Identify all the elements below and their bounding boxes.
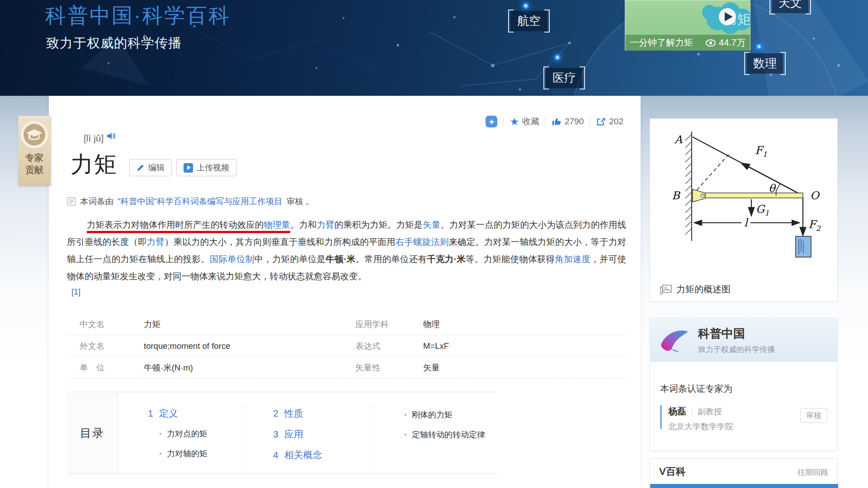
page-title: 力矩 [71,151,118,178]
expert-name[interactable]: 杨磊 [668,405,686,418]
summary-link[interactable]: 国际单位制 [210,254,255,264]
info-value: M=LxF [423,341,626,351]
review-prefix: 本词条由 [80,196,113,207]
info-label: 应用学科 [355,319,423,330]
basic-info-table: 中文名力矩应用学科物理外文名torque;moment of force表达式M… [67,314,626,379]
toc-column-2: 2性质3应用4相关概念 [245,403,373,474]
toolbar-divider [590,117,590,126]
site-subtitle: 致力于权威的科学传播 [46,34,182,52]
toolbar-divider [503,117,504,126]
toolbar-divider [545,117,546,126]
banner-tag-label: 航空 [517,14,541,28]
toc-item-number: 4 [273,445,278,465]
banner-tag-yiliao[interactable]: 医疗 [546,68,582,88]
speaker-icon[interactable] [106,131,116,141]
figure-caption-label[interactable]: 力矩的概述图 [676,283,731,296]
summary-link[interactable]: 角加速度 [555,254,590,264]
overview-figure-card: A B O θ l F1 F2 G1 力矩的概述图 [650,118,838,302]
top-banner: 科普中国·科学百科 致力于权威的科学传播 航空医疗天文数理 力矩 一分钟了解力矩 [0,0,868,96]
info-label: 表达式 [355,340,423,352]
reference-link[interactable]: [1] [71,287,80,297]
toc-item[interactable]: 4相关概念 [273,445,373,465]
site-title: 科普中国·科学百科 [45,2,231,30]
info-value: 矢量 [423,362,626,373]
vbaike-more-link[interactable]: 往期回顾 [797,467,828,478]
vbaike-thumbnail-top[interactable] [650,484,838,488]
expert-divider [692,408,692,416]
like-button[interactable]: 2790 [552,117,584,127]
video-caption: 一分钟了解力矩 [630,37,693,49]
upload-video-button[interactable]: 上传视频 [176,159,236,176]
summary-link[interactable]: 矢量 [423,220,440,230]
info-label: 中文名 [80,319,144,330]
vbaike-card: V百科 往期回顾 [650,458,838,488]
share-button[interactable]: 202 [596,117,623,127]
add-to-desktop-button[interactable]: + [486,116,497,127]
info-value: torque;moment of force [144,341,355,351]
summary-link[interactable]: 力臂 [317,220,335,230]
expert-organization: 北京大学数学学院 [668,421,733,432]
video-cloud-illustration: 力矩 [625,0,750,35]
info-label: 矢量性 [355,362,423,373]
summary-link[interactable]: 力臂 [147,237,165,247]
pinyin-label: [lì jǔ] [84,133,104,144]
toc-subitem[interactable]: 定轴转动的转动定律 [405,425,497,445]
summary-video-card[interactable]: 力矩 一分钟了解力矩 44.7万 [625,0,750,51]
toc-item-label: 应用 [284,424,303,445]
info-label: 外文名 [80,340,144,352]
summary-link[interactable]: 物理量 [264,220,290,233]
toc-item-definition[interactable]: 1定义 [148,403,245,424]
plus-icon: + [486,116,497,127]
toc-subitem[interactable]: 刚体的力矩 [405,405,497,425]
banner-tag-shuli[interactable]: 数理 [747,53,783,74]
like-count: 2790 [565,117,584,127]
summary-text: 力矩表示力对物体作用时所产生的转动效应的物理量。力和力臂的乘积为力矩。力矩是矢量… [67,216,626,285]
summary-segment: ）乘以力的大小，其方向则垂直于垂线和力所构成的平面用 [165,237,396,247]
table-of-contents: 目录 1定义力对点的矩力对轴的矩 2性质3应用4相关概念 刚体的力矩定轴转动的转… [67,392,497,474]
toc-subitem[interactable]: 力对轴的矩 [160,444,245,464]
toc-subitem[interactable]: 力对点的矩 [160,424,245,444]
badge-label-line1: 专家 [25,152,43,164]
toc-item-label: 相关概念 [284,445,322,465]
video-view-count: 44.7万 [719,37,745,49]
collect-label: 收藏 [522,116,539,127]
collect-button[interactable]: ★ 收藏 [509,116,539,127]
toc-item[interactable]: 2性质 [273,403,373,424]
toc-item-number: 1 [148,403,153,424]
image-icon [660,285,672,295]
review-project-link[interactable]: "科普中国"科学百科词条编写与应用工作项目 [118,196,283,207]
toc-column-1: 1定义力对点的矩力对轴的矩 [118,403,245,474]
document-icon [67,197,76,206]
org-card-header: 科普中国 致力于权威的科学传播 [650,319,837,362]
diagram-label-B: B [672,189,681,202]
info-value: 物理 [423,319,626,330]
summary-segment: 。常用的单位还有 [355,254,427,264]
toc-item-label: 性质 [284,403,303,424]
summary-link[interactable]: 右手螺旋法则 [396,237,449,247]
map-dot [523,3,529,9]
thumbs-up-icon [552,117,561,127]
review-badge-button[interactable]: 审核 [800,408,827,423]
summary-segment: 等。力矩能使物体获得 [466,254,555,264]
summary-segment: 牛顿·米 [326,254,355,264]
entry-main-panel: + ★ 收藏 2790 20 [49,96,641,488]
banner-tag-label: 医疗 [552,71,576,84]
video-thumbnail[interactable]: 力矩 [625,0,750,35]
org-name: 科普中国 [698,326,775,342]
banner-tag-tianwen[interactable]: 天文 [772,0,808,13]
banner-tag-hangkong[interactable]: 航空 [511,11,547,31]
edit-button[interactable]: 编辑 [129,159,172,176]
expert-title: 副教授 [698,406,722,417]
vbaike-title: V百科 [659,465,686,479]
summary-segment: 中，力矩的单位是 [255,254,326,264]
expert-contribution-badge[interactable]: 专家 贡献 [18,116,51,185]
eye-icon [705,39,716,47]
page-background: 专家 贡献 + ★ 收藏 2790 [0,96,868,488]
entry-toolbar: + ★ 收藏 2790 20 [486,116,623,127]
info-row: 中文名力矩应用学科物理 [67,314,626,335]
info-label: 单 位 [80,362,144,373]
share-count: 202 [609,117,623,127]
summary-segment: 。力和 [290,220,317,230]
diagram-label-O: O [810,189,820,202]
toc-item[interactable]: 3应用 [273,424,373,445]
